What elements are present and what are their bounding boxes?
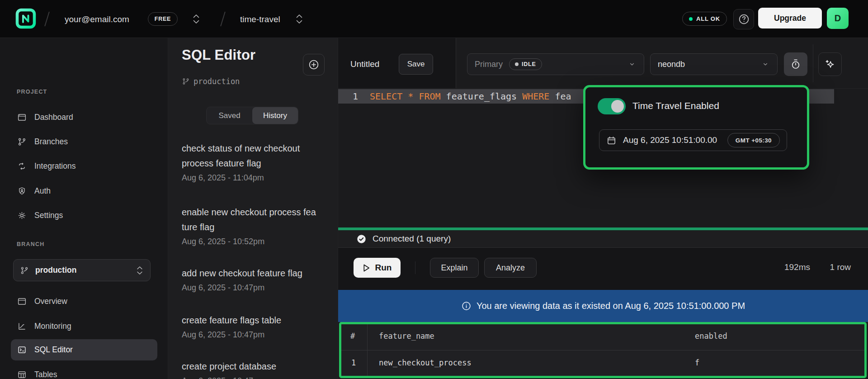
compute-selector[interactable]: Primary IDLE [467,53,644,75]
sql-identifier: fea [549,91,571,102]
history-item-timestamp: Aug 6, 2025 - 10:47pm [182,283,322,293]
compute-state-badge: IDLE [509,58,542,70]
sidebar-item-dashboard[interactable]: Dashboard [11,107,157,128]
history-item[interactable]: create feature flags table Aug 6, 2025 -… [182,313,322,340]
settings-icon [17,211,27,220]
neon-logo-icon[interactable] [15,8,37,29]
calendar-icon [606,135,617,146]
sidebar-item-sql-editor[interactable]: SQL Editor [11,339,157,360]
sidebar-item-integrations[interactable]: Integrations [11,156,157,177]
help-button[interactable] [733,9,754,29]
save-button[interactable]: Save [399,54,433,75]
explain-button[interactable]: Explain [430,258,479,278]
history-item-title: create project database [182,359,322,374]
column-header-num: # [350,332,355,341]
upgrade-button[interactable]: Upgrade [758,8,822,28]
history-item[interactable]: enable new checkout process feature flag… [182,205,322,246]
status-ok-dot-icon [689,17,693,21]
run-button[interactable]: Run [354,258,401,278]
sidebar-item-monitoring[interactable]: Monitoring [11,316,157,337]
cell-enabled: f [695,358,699,367]
sql-editor-panel: SQL Editor production Saved History chec… [168,38,338,379]
dashboard-icon [17,113,27,122]
breadcrumb-account[interactable]: your@email.com [65,15,129,24]
sql-identifier: feature_flags [441,91,523,102]
toolbar-divider [813,44,813,82]
sql-operator: * [402,91,419,102]
main-area: Untitled Save Primary IDLE neondb [338,38,868,379]
history-item-timestamp: Aug 6, 2025 - 10:47pm [182,330,322,340]
time-travel-button[interactable] [784,52,807,76]
query-tab-title[interactable]: Untitled [350,59,379,69]
breadcrumb-slash-icon [220,11,226,26]
compute-state-label: IDLE [522,61,536,67]
time-travel-datetime-value: Aug 6, 2025 10:51:00.00 [623,135,717,145]
branch-selector[interactable]: production [13,259,151,281]
analyze-label: Analyze [496,263,525,273]
compute-name: Primary [475,60,503,69]
cell-feature-name: new_checkout_process [379,358,472,367]
analyze-button[interactable]: Analyze [484,258,537,278]
branch-icon [20,266,29,275]
sql-editor-icon [17,345,27,355]
history-item-timestamp: Aug 6, 2025 - 11:04pm [182,173,322,183]
project-section-label: PROJECT [17,89,47,95]
query-duration: 192ms [784,262,810,272]
sidebar-item-branches[interactable]: Branches [11,131,157,152]
tables-icon [17,370,27,379]
sidebar-item-settings[interactable]: Settings [11,205,157,226]
editor-toolbar: Untitled Save Primary IDLE neondb [338,38,868,89]
branches-icon [17,137,27,147]
history-item-timestamp: Aug 6, 2025 - 10:52pm [182,237,322,246]
branch-icon [182,77,190,85]
check-circle-icon [356,234,367,244]
avatar[interactable]: D [827,8,849,29]
column-header-enabled: enabled [695,332,727,341]
cell-row-num: 1 [351,358,356,367]
time-travel-datetime-field[interactable]: Aug 6, 2025 10:51:00.00 GMT +05:30 [599,129,787,151]
query-actions-bar: Run Explain Analyze 192ms 1 row [338,248,868,290]
sidebar-item-label: Overview [34,297,67,306]
sidebar-item-tables[interactable]: Tables [11,364,157,379]
status-pill[interactable]: ALL OK [682,12,727,26]
info-icon [461,301,472,311]
history-item[interactable]: check status of new checkout process fea… [182,141,322,183]
overview-icon [17,297,27,306]
column-header-feature-name: feature_name [379,332,434,341]
chevron-down-icon [627,60,637,69]
ai-assist-button[interactable] [818,52,842,76]
tab-history[interactable]: History [252,107,298,124]
new-query-button[interactable] [303,54,325,76]
sidebar-item-overview[interactable]: Overview [11,291,157,312]
account-selector-chevrons-icon[interactable] [192,13,201,25]
actions-divider [415,261,415,274]
time-travel-timezone-badge: GMT +05:30 [727,133,780,147]
tab-saved[interactable]: Saved [207,107,252,124]
breadcrumb-project[interactable]: time-travel [240,15,280,24]
project-selector-chevrons-icon[interactable] [295,13,304,25]
plus-circle-icon [308,59,320,71]
sidebar-item-label: Auth [34,186,51,196]
branch-section-label: BRANCH [17,241,44,247]
sparkles-icon [824,58,836,70]
question-icon [738,13,750,25]
history-item[interactable]: create project database Aug 6, 2025 - 10… [182,359,322,379]
sidebar-item-auth[interactable]: Auth [11,180,157,202]
database-selector[interactable]: neondb [650,53,778,75]
panel-title: SQL Editor [182,47,255,63]
time-travel-banner: You are viewing data as it existed on Au… [338,290,868,322]
time-travel-toggle[interactable] [598,98,626,114]
sidebar-item-label: Monitoring [34,322,71,331]
connection-status-text: Connected (1 query) [373,234,451,244]
history-item[interactable]: add new checkout feature flag Aug 6, 202… [182,266,322,293]
history-item-title: check status of new checkout process fea… [182,141,322,171]
sidebar-item-label: Integrations [34,161,75,171]
time-travel-banner-text: You are viewing data as it existed on Au… [476,301,745,311]
history-item-timestamp: Aug 6, 2025 - 10:47pm [182,376,322,379]
explain-label: Explain [441,263,467,273]
sidebar-item-label: Settings [34,211,63,220]
history-item-title: enable new checkout process feature flag [182,205,317,235]
connection-status-bar: Connected (1 query) [338,230,868,248]
panel-branch-label: production [193,77,240,86]
sidebar-item-label: Branches [34,137,68,147]
